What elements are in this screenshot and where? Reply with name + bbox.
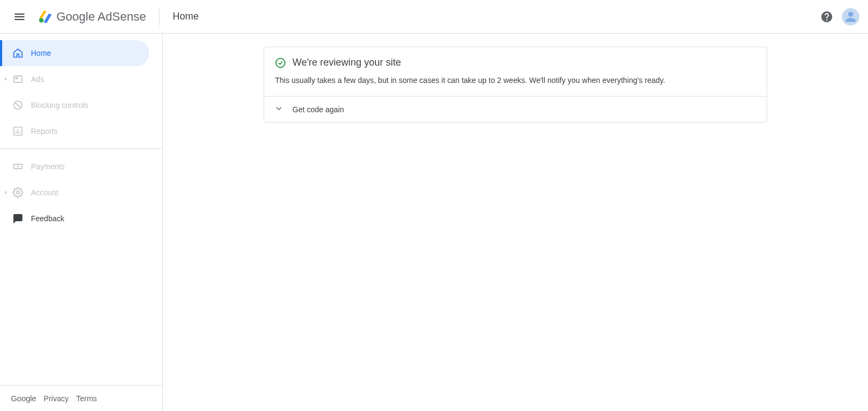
hamburger-icon — [13, 10, 26, 23]
sidebar-item-account[interactable]: Account — [0, 179, 149, 206]
sidebar-item-label: Feedback — [31, 214, 64, 223]
sidebar-item-label: Account — [31, 188, 59, 197]
terms-link[interactable]: Terms — [76, 394, 97, 403]
get-code-toggle[interactable]: Get code again — [264, 96, 767, 122]
svg-point-11 — [17, 165, 18, 167]
svg-line-5 — [15, 102, 21, 108]
gear-icon — [12, 187, 23, 198]
status-description: This usually takes a few days, but in so… — [275, 75, 756, 86]
chevron-right-icon — [3, 188, 10, 197]
sidebar-item-feedback[interactable]: Feedback — [0, 206, 149, 232]
status-title: We're reviewing your site — [292, 57, 401, 68]
page-title: Home — [173, 11, 199, 22]
sidebar-item-payments[interactable]: Payments — [0, 153, 149, 179]
blocking-icon — [12, 100, 23, 111]
sidebar-item-label: Reports — [31, 127, 58, 136]
sidebar-item-home[interactable]: Home — [0, 40, 149, 66]
payments-icon — [12, 161, 23, 172]
svg-point-15 — [276, 58, 285, 67]
chevron-down-icon — [274, 104, 284, 115]
privacy-link[interactable]: Privacy — [44, 394, 69, 403]
sidebar-item-label: Blocking controls — [31, 101, 88, 110]
chevron-right-icon — [3, 75, 10, 84]
check-circle-icon — [275, 57, 286, 68]
sidebar: Home Ads Blocking controls — [0, 34, 163, 411]
svg-point-12 — [17, 191, 20, 194]
help-button[interactable] — [816, 6, 838, 28]
main-content: We're reviewing your site This usually t… — [163, 34, 868, 411]
logo[interactable]: Google AdSense — [37, 9, 146, 24]
help-icon — [820, 10, 833, 23]
header-divider — [159, 8, 159, 25]
sidebar-item-label: Payments — [31, 162, 65, 171]
sidebar-item-label: Ads — [31, 75, 44, 84]
nav-separator — [0, 149, 162, 149]
logo-text: Google AdSense — [56, 10, 146, 24]
account-avatar[interactable] — [842, 8, 859, 25]
svg-point-0 — [39, 18, 43, 22]
google-link[interactable]: Google — [11, 394, 36, 403]
svg-point-1 — [848, 11, 853, 16]
feedback-icon — [12, 213, 23, 224]
svg-point-14 — [18, 219, 18, 220]
sidebar-footer: Google Privacy Terms — [0, 385, 162, 411]
reports-icon — [12, 126, 23, 137]
svg-rect-3 — [15, 78, 18, 79]
header: Google AdSense Home — [0, 0, 868, 34]
menu-button[interactable] — [7, 4, 33, 30]
status-card: We're reviewing your site This usually t… — [264, 47, 767, 123]
get-code-label: Get code again — [292, 105, 344, 114]
adsense-logo-icon — [37, 9, 52, 24]
sidebar-item-reports[interactable]: Reports — [0, 118, 149, 144]
home-icon — [12, 48, 23, 59]
sidebar-item-label: Home — [31, 49, 51, 57]
sidebar-item-blocking[interactable]: Blocking controls — [0, 92, 149, 118]
ads-icon — [12, 74, 23, 85]
sidebar-item-ads[interactable]: Ads — [0, 66, 149, 92]
user-icon — [843, 9, 858, 24]
